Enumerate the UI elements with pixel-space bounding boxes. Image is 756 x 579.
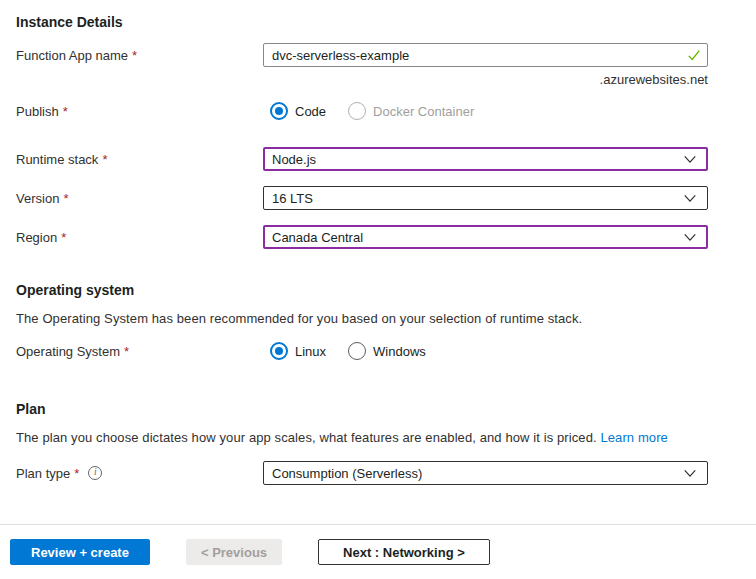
section-title-plan: Plan	[16, 401, 756, 417]
plan-type-row: Plan type * i Consumption (Serverless)	[16, 461, 756, 485]
version-row: Version * 16 LTS	[16, 186, 756, 210]
plan-description-text: The plan you choose dictates how your ap…	[16, 430, 597, 445]
runtime-stack-select[interactable]: Node.js	[263, 147, 708, 171]
label-text: Region	[16, 230, 57, 245]
version-label: Version *	[16, 191, 263, 206]
required-asterisk: *	[102, 152, 107, 167]
os-radio-linux-label: Linux	[295, 344, 326, 359]
create-function-app-form: Instance Details Function App name * .az…	[0, 0, 756, 485]
label-text: Runtime stack	[16, 152, 98, 167]
radio-selected-icon	[270, 102, 288, 120]
region-label: Region *	[16, 230, 263, 245]
function-app-name-input[interactable]	[263, 43, 708, 67]
runtime-stack-label: Runtime stack *	[16, 152, 263, 167]
publish-radio-code[interactable]: Code	[270, 102, 326, 120]
learn-more-link[interactable]: Learn more	[600, 430, 667, 445]
label-text: Operating System	[16, 344, 120, 359]
operating-system-section: Operating system The Operating System ha…	[16, 282, 756, 360]
domain-suffix-row: .azurewebsites.net	[16, 67, 756, 102]
publish-radio-group: Code Docker Container	[263, 102, 708, 120]
plan-type-select[interactable]: Consumption (Serverless)	[263, 461, 708, 485]
chevron-down-icon	[683, 191, 697, 205]
review-create-button[interactable]: Review + create	[10, 539, 150, 565]
section-title-instance-details: Instance Details	[16, 14, 756, 30]
region-select[interactable]: Canada Central	[263, 225, 708, 249]
radio-unselected-icon	[348, 102, 366, 120]
required-asterisk: *	[63, 191, 68, 206]
chevron-down-icon	[683, 152, 697, 166]
publish-radio-docker-container[interactable]: Docker Container	[348, 102, 474, 120]
label-text: Version	[16, 191, 59, 206]
function-app-name-control	[263, 43, 708, 67]
publish-row: Publish * Code Docker Container	[16, 102, 756, 120]
runtime-stack-value: Node.js	[272, 152, 316, 167]
previous-button[interactable]: < Previous	[186, 539, 282, 565]
operating-system-label: Operating System *	[16, 344, 263, 359]
version-value: 16 LTS	[272, 191, 313, 206]
plan-description: The plan you choose dictates how your ap…	[16, 430, 756, 445]
chevron-down-icon	[683, 230, 697, 244]
operating-system-description: The Operating System has been recommende…	[16, 311, 756, 326]
chevron-down-icon	[683, 466, 697, 480]
os-radio-windows-label: Windows	[373, 344, 426, 359]
os-radio-linux[interactable]: Linux	[270, 342, 326, 360]
next-networking-button[interactable]: Next : Networking >	[318, 539, 490, 565]
required-asterisk: *	[61, 230, 66, 245]
operating-system-radio-group: Linux Windows	[263, 342, 708, 360]
domain-suffix-text: .azurewebsites.net	[263, 72, 708, 87]
radio-unselected-icon	[348, 342, 366, 360]
region-row: Region * Canada Central	[16, 225, 756, 249]
label-text: Plan type	[16, 466, 70, 481]
publish-radio-code-label: Code	[295, 104, 326, 119]
required-asterisk: *	[63, 104, 68, 119]
publish-label: Publish *	[16, 104, 263, 119]
required-asterisk: *	[74, 466, 79, 481]
plan-type-value: Consumption (Serverless)	[272, 466, 422, 481]
publish-radio-docker-label: Docker Container	[373, 104, 474, 119]
info-icon[interactable]: i	[88, 466, 102, 480]
runtime-stack-row: Runtime stack * Node.js	[16, 147, 756, 171]
plan-type-label: Plan type * i	[16, 466, 263, 481]
validation-check-icon	[687, 48, 701, 62]
label-text: Publish	[16, 104, 59, 119]
radio-selected-icon	[270, 342, 288, 360]
function-app-name-row: Function App name *	[16, 43, 756, 67]
function-app-name-label: Function App name *	[16, 48, 263, 63]
operating-system-row: Operating System * Linux Windows	[16, 342, 756, 360]
section-title-operating-system: Operating system	[16, 282, 756, 298]
label-text: Function App name	[16, 48, 128, 63]
region-value: Canada Central	[272, 230, 363, 245]
wizard-footer: Review + create < Previous Next : Networ…	[0, 524, 756, 579]
os-radio-windows[interactable]: Windows	[348, 342, 426, 360]
plan-section: Plan The plan you choose dictates how yo…	[16, 401, 756, 485]
version-select[interactable]: 16 LTS	[263, 186, 708, 210]
required-asterisk: *	[132, 48, 137, 63]
required-asterisk: *	[124, 344, 129, 359]
